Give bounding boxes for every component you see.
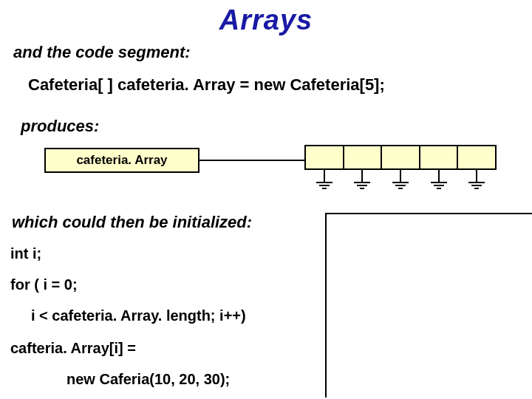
array-cell [382,146,420,168]
null-icon [400,168,401,183]
null-icon [471,185,482,186]
null-icon [476,168,477,183]
text-produces: produces: [21,117,99,136]
null-icon [392,182,409,183]
null-icon [398,188,403,189]
code-new: new Caferia(10, 20, 30); [66,371,230,388]
variable-box: cafeteria. Array [44,148,200,173]
text-and-segment: and the code segment: [13,43,191,62]
divider-horizontal [325,213,532,214]
null-icon [357,185,367,186]
array-box [304,145,497,170]
code-for-condition: i < cafeteria. Array. length; i++) [31,307,246,324]
code-for: for ( i = 0; [10,276,78,293]
slide-title: Arrays [0,4,532,36]
array-cell [458,146,495,168]
null-icon [468,182,485,183]
null-icon [438,168,440,183]
null-icon [360,188,364,189]
code-assign: cafteria. Array[i] = [10,340,136,357]
null-icon [324,168,325,183]
code-int-i: int i; [10,245,41,262]
divider-vertical [325,213,327,398]
null-icon [319,185,330,186]
array-cell [420,146,459,168]
reference-arrow [200,160,304,161]
text-which-init: which could then be initialized: [12,213,252,232]
null-icon [474,188,479,189]
null-icon [395,185,406,186]
null-icon [354,182,370,183]
array-cell [306,146,344,168]
null-icon [361,168,363,183]
null-icon [431,182,447,183]
code-declare-array: Cafeteria[ ] cafeteria. Array = new Cafe… [28,75,385,95]
null-icon [437,188,441,189]
array-cell [344,146,383,168]
null-icon [316,182,332,183]
null-icon [322,188,327,189]
null-icon [434,185,444,186]
